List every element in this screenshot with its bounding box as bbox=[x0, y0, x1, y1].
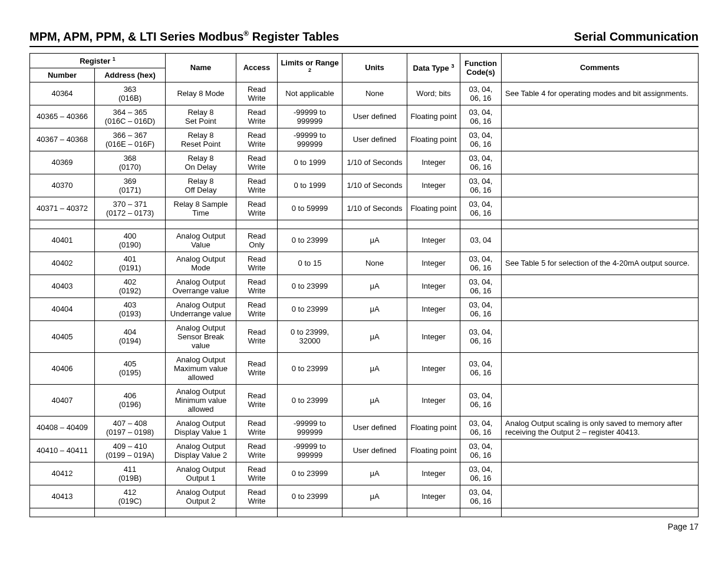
cell-units: User defined bbox=[342, 128, 407, 151]
cell-units: 1/10 of Seconds bbox=[342, 197, 407, 220]
cell-number: 40404 bbox=[30, 297, 95, 320]
cell-units: μA bbox=[342, 462, 407, 485]
cell-comments bbox=[502, 105, 699, 128]
cell-limits: 0 to 23999 bbox=[278, 275, 342, 297]
cell-name: Analog OutputOutput 2 bbox=[166, 485, 236, 508]
cell-number: 40369 bbox=[30, 151, 95, 174]
table-row: 40369368(0170)Relay 8On DelayRead Write0… bbox=[30, 151, 699, 174]
cell-function-code: 03, 04,06, 16 bbox=[460, 462, 502, 485]
cell-address: 411(019B) bbox=[95, 462, 166, 485]
cell-name: Relay 8 SampleTime bbox=[166, 197, 236, 220]
cell-name: Relay 8Set Point bbox=[166, 105, 236, 128]
cell-data-type: Word; bits bbox=[407, 82, 460, 105]
cell-access: Read Write bbox=[236, 297, 278, 320]
table-head: Register 1 Name Access Limits or Range 2… bbox=[30, 53, 699, 82]
cell-access: Read Write bbox=[236, 197, 278, 220]
cell-number: 40402 bbox=[30, 252, 95, 275]
cell-units: μA bbox=[342, 320, 407, 352]
cell-limits: -99999 to 999999 bbox=[278, 105, 342, 128]
cell-comments: Analog Output scaling is only saved to m… bbox=[502, 416, 699, 439]
table-row: 40403402(0192)Analog OutputOverrange val… bbox=[30, 275, 699, 297]
spacer-cell bbox=[30, 220, 95, 229]
cell-access: Read Write bbox=[236, 352, 278, 384]
cell-access: Read Write bbox=[236, 174, 278, 197]
spacer-cell bbox=[166, 220, 236, 229]
cell-number: 40412 bbox=[30, 462, 95, 485]
col-data-type: Data Type 3 bbox=[407, 53, 460, 82]
cell-access: Read Write bbox=[236, 128, 278, 151]
cell-address: 370 – 371(0172 – 0173) bbox=[95, 197, 166, 220]
cell-name: Analog OutputDisplay Value 2 bbox=[166, 439, 236, 462]
cell-name: Analog OutputUnderrange value bbox=[166, 297, 236, 320]
cell-number: 40364 bbox=[30, 82, 95, 105]
cell-name: Relay 8Off Delay bbox=[166, 174, 236, 197]
table-row: 40370369(0171)Relay 8Off DelayRead Write… bbox=[30, 174, 699, 197]
col-register: Register 1 bbox=[30, 53, 166, 68]
cell-number: 40405 bbox=[30, 320, 95, 352]
cell-data-type: Integer bbox=[407, 352, 460, 384]
cell-number: 40371 – 40372 bbox=[30, 197, 95, 220]
cell-name: Analog OutputOutput 1 bbox=[166, 462, 236, 485]
cell-comments bbox=[502, 229, 699, 252]
cell-address: 409 – 410(0199 – 019A) bbox=[95, 439, 166, 462]
table-row: 40413412(019C)Analog OutputOutput 2Read … bbox=[30, 485, 699, 508]
cell-units: μA bbox=[342, 352, 407, 384]
cell-data-type: Integer bbox=[407, 252, 460, 275]
cell-comments bbox=[502, 297, 699, 320]
spacer-cell bbox=[236, 220, 278, 229]
spacer-cell bbox=[278, 220, 342, 229]
table-row: 40401400(0190)Analog OutputValueRead Onl… bbox=[30, 229, 699, 252]
cell-address: 369(0171) bbox=[95, 174, 166, 197]
cell-comments bbox=[502, 384, 699, 416]
spacer-cell bbox=[95, 220, 166, 229]
cell-address: 407 – 408(0197 – 0198) bbox=[95, 416, 166, 439]
cell-units: 1/10 of Seconds bbox=[342, 151, 407, 174]
cell-name: Relay 8 Mode bbox=[166, 82, 236, 105]
cell-function-code: 03, 04,06, 16 bbox=[460, 384, 502, 416]
cell-name: Analog OutputMaximum valueallowed bbox=[166, 352, 236, 384]
cell-units: User defined bbox=[342, 105, 407, 128]
cell-data-type: Integer bbox=[407, 297, 460, 320]
cell-comments bbox=[502, 485, 699, 508]
table-row: 40364363(016B)Relay 8 ModeRead WriteNot … bbox=[30, 82, 699, 105]
cell-access: Read Write bbox=[236, 275, 278, 297]
cell-data-type: Floating point bbox=[407, 197, 460, 220]
cell-function-code: 03, 04,06, 16 bbox=[460, 197, 502, 220]
cell-access: Read Write bbox=[236, 384, 278, 416]
cell-data-type: Floating point bbox=[407, 105, 460, 128]
cell-name: Relay 8Reset Point bbox=[166, 128, 236, 151]
table-row: 40371 – 40372370 – 371(0172 – 0173)Relay… bbox=[30, 197, 699, 220]
col-function-code: Function Code(s) bbox=[460, 53, 502, 82]
cell-limits: 0 to 15 bbox=[278, 252, 342, 275]
table-row: 40408 – 40409407 – 408(0197 – 0198)Analo… bbox=[30, 416, 699, 439]
table-row: 40407406(0196)Analog OutputMinimum value… bbox=[30, 384, 699, 416]
cell-comments bbox=[502, 439, 699, 462]
cell-comments bbox=[502, 352, 699, 384]
cell-units: User defined bbox=[342, 439, 407, 462]
spacer-cell bbox=[95, 508, 166, 517]
cell-units: μA bbox=[342, 485, 407, 508]
cell-comments bbox=[502, 151, 699, 174]
cell-comments bbox=[502, 462, 699, 485]
cell-data-type: Integer bbox=[407, 485, 460, 508]
cell-function-code: 03, 04,06, 16 bbox=[460, 82, 502, 105]
cell-limits: 0 to 23999 bbox=[278, 384, 342, 416]
cell-address: 401(0191) bbox=[95, 252, 166, 275]
cell-function-code: 03, 04,06, 16 bbox=[460, 439, 502, 462]
spacer-cell bbox=[460, 220, 502, 229]
spacer-cell bbox=[166, 508, 236, 517]
cell-number: 40403 bbox=[30, 275, 95, 297]
cell-data-type: Integer bbox=[407, 320, 460, 352]
page-title: MPM, APM, PPM, & LTI Series Modbus® Regi… bbox=[29, 29, 339, 44]
cell-function-code: 03, 04,06, 16 bbox=[460, 128, 502, 151]
cell-access: Read Write bbox=[236, 439, 278, 462]
col-limits: Limits or Range 2 bbox=[278, 53, 342, 82]
cell-data-type: Floating point bbox=[407, 439, 460, 462]
cell-address: 366 – 367(016E – 016F) bbox=[95, 128, 166, 151]
col-name: Name bbox=[166, 53, 236, 82]
table-row: 40367 – 40368366 – 367(016E – 016F)Relay… bbox=[30, 128, 699, 151]
cell-number: 40401 bbox=[30, 229, 95, 252]
cell-access: Read Write bbox=[236, 105, 278, 128]
cell-address: 406(0196) bbox=[95, 384, 166, 416]
cell-units: μA bbox=[342, 275, 407, 297]
